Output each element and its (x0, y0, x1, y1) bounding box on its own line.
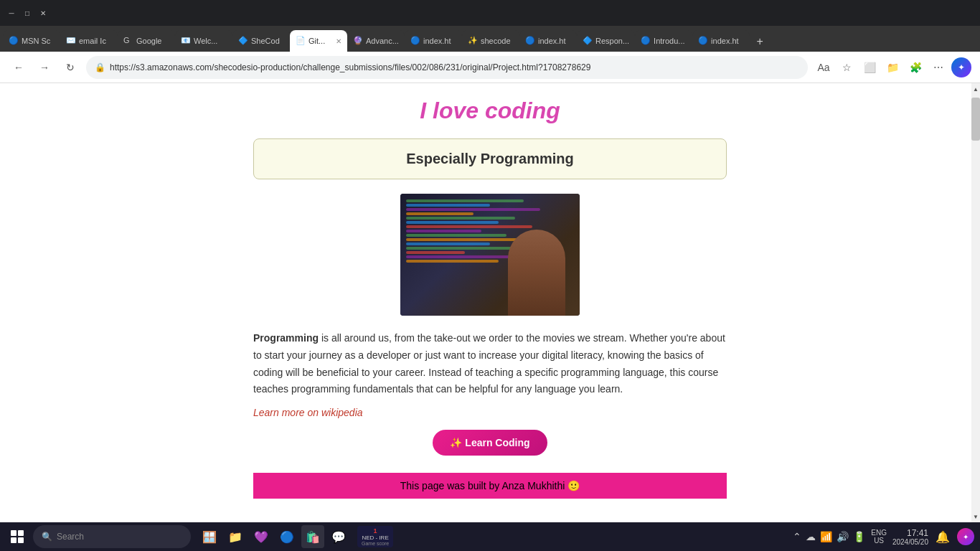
time-display: 17:41 (892, 528, 928, 538)
tab-introdu[interactable]: 🔵 Introdu... (635, 30, 692, 52)
tab-index3[interactable]: 🔵 index.ht (692, 30, 750, 52)
subtitle-box: Especially Programming (253, 138, 727, 179)
tab-label: index.ht (538, 37, 566, 45)
tab-label: Google (136, 37, 161, 45)
tab-shecod[interactable]: 🔷 SheCod (232, 30, 290, 52)
score-number: 1 (374, 527, 377, 534)
back-button[interactable]: ← (9, 57, 29, 77)
scroll-thumb[interactable] (971, 98, 980, 141)
tab-index2[interactable]: 🔵 index.ht (519, 30, 577, 52)
new-tab-button[interactable]: + (750, 32, 770, 52)
maximize-button[interactable]: □ (22, 7, 33, 19)
close-button[interactable]: ✕ (37, 7, 49, 19)
code-line (406, 217, 515, 220)
tab-label: SheCod (251, 37, 280, 45)
scroll-up-arrow[interactable]: ▲ (971, 83, 980, 95)
copilot-button[interactable]: ✦ (951, 57, 971, 77)
taskbar-right: ⌃ ☁ 📶 🔊 🔋 ENG US 17:41 2024/05/20 🔔 ✦ (793, 528, 974, 546)
notification-button[interactable]: 🔔 (934, 528, 951, 545)
taskbar-app-windows[interactable]: 🪟 (198, 525, 221, 548)
description-bold: Programming (253, 332, 319, 344)
read-mode-button[interactable]: Aa (814, 57, 834, 77)
clock[interactable]: 17:41 2024/05/20 (892, 528, 928, 546)
chevron-up-icon[interactable]: ⌃ (793, 531, 801, 542)
more-button[interactable]: ⋯ (928, 57, 948, 77)
coding-image-inner (400, 194, 580, 316)
learn-coding-button[interactable]: ✨ Learn Coding (433, 430, 547, 456)
tab-msn[interactable]: 🔵 MSN Sc (3, 30, 60, 52)
tab-email[interactable]: ✉️ email Ic (60, 30, 118, 52)
browser-window: ─ □ ✕ 🔵 MSN Sc ✉️ email Ic G Google 📧 We… (0, 0, 980, 83)
tab-favicon: 🔮 (353, 36, 363, 46)
tab-label: Introdu... (654, 37, 684, 45)
tab-label: index.ht (711, 37, 739, 45)
wifi-icon[interactable]: 📶 (820, 531, 832, 542)
copilot-taskbar-button[interactable]: ✦ (957, 528, 974, 545)
wikipedia-link[interactable]: Learn more on wikipedia (253, 407, 727, 418)
volume-icon[interactable]: 🔊 (837, 531, 849, 542)
scrollbar[interactable]: ▲ ▼ (971, 83, 980, 522)
subtitle-text: Especially Programming (406, 151, 573, 166)
person-silhouette (508, 230, 565, 316)
reload-button[interactable]: ↻ (60, 57, 80, 77)
code-line (406, 230, 481, 232)
tab-index1[interactable]: 🔵 index.ht (405, 30, 462, 52)
tab-favicon: 🔷 (238, 36, 248, 46)
collections-button[interactable]: 📁 (882, 57, 903, 77)
minimize-button[interactable]: ─ (6, 7, 17, 19)
tab-close-icon[interactable]: ✕ (336, 37, 341, 45)
address-input-wrapper[interactable]: 🔒 (86, 56, 808, 79)
forward-button[interactable]: → (34, 57, 55, 77)
favorites-button[interactable]: ☆ (837, 57, 857, 77)
tab-favicon: 📧 (181, 36, 191, 46)
code-line (406, 260, 499, 263)
code-line (406, 212, 473, 215)
taskbar: 🔍 Search 🪟 📁 💜 🔵 🛍️ 💬 1 NED - IRE Game s… (0, 522, 980, 551)
search-icon: 🔍 (42, 532, 52, 542)
tab-google[interactable]: G Google (118, 30, 175, 52)
extensions-button[interactable]: 🧩 (905, 57, 925, 77)
address-input[interactable] (110, 62, 799, 72)
score-label: NED - IRE (362, 534, 388, 541)
language-indicator[interactable]: ENG US (871, 529, 887, 545)
toolbar-actions: Aa ☆ ⬜ 📁 🧩 ⋯ ✦ (814, 57, 971, 77)
taskbar-app-edge[interactable]: 🔵 (275, 525, 298, 548)
tab-respon[interactable]: 🔷 Respon... (577, 30, 635, 52)
code-line (406, 255, 515, 258)
code-line (406, 238, 524, 241)
code-line (406, 199, 524, 202)
tab-favicon: G (123, 36, 133, 46)
code-line (406, 204, 490, 207)
code-line (406, 221, 499, 224)
taskbar-search-box[interactable]: 🔍 Search (33, 525, 191, 548)
scroll-down-arrow[interactable]: ▼ (971, 511, 980, 522)
start-button[interactable] (6, 525, 29, 548)
address-bar: ← → ↻ 🔒 Aa ☆ ⬜ 📁 🧩 ⋯ ✦ (0, 52, 980, 83)
tab-label: email Ic (79, 37, 106, 45)
footer-bar: This page was built by Anza Mukhithi 🙂 (253, 473, 727, 499)
score-sub: Game score (362, 541, 389, 546)
tab-welc[interactable]: 📧 Welc... (175, 30, 232, 52)
score-badge[interactable]: 1 NED - IRE Game score (357, 526, 393, 547)
taskbar-app-file-explorer[interactable]: 📁 (224, 525, 247, 548)
tab-git-active[interactable]: 📄 Git... ✕ (290, 30, 347, 52)
code-line (406, 225, 532, 228)
browser-view-button[interactable]: ⬜ (859, 57, 880, 77)
score-widget: 1 NED - IRE Game score (357, 526, 393, 547)
taskbar-apps: 🪟 📁 💜 🔵 🛍️ 💬 (198, 525, 350, 548)
page-content: I love coding Especially Programming (0, 83, 980, 522)
cloud-icon[interactable]: ☁ (806, 531, 816, 542)
page-title: I love coding (253, 98, 727, 124)
tab-favicon: 🔵 (698, 36, 708, 46)
tab-favicon: ✨ (468, 36, 478, 46)
tab-advanc[interactable]: 🔮 Advanc... (347, 30, 405, 52)
tab-shecode[interactable]: ✨ shecode (462, 30, 519, 52)
tab-favicon: 🔵 (410, 36, 420, 46)
coding-image (400, 194, 580, 316)
taskbar-app-slack[interactable]: 💬 (327, 525, 350, 548)
tab-favicon: 🔷 (583, 36, 593, 46)
taskbar-app-teams[interactable]: 💜 (250, 525, 273, 548)
tab-favicon: 🔵 (9, 36, 19, 46)
taskbar-app-store[interactable]: 🛍️ (301, 525, 324, 548)
battery-icon[interactable]: 🔋 (853, 531, 865, 542)
